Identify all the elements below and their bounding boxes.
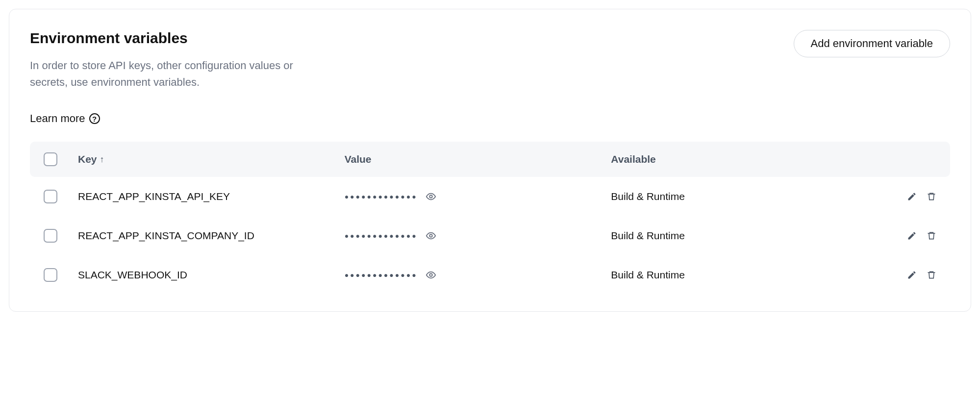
col-value: Value <box>345 153 602 165</box>
edit-button[interactable] <box>907 192 917 201</box>
masked-value: ●●●●●●●●●●●●● <box>345 232 418 240</box>
page-title: Environment variables <box>30 30 304 47</box>
svg-point-1 <box>429 234 432 237</box>
row-value-masked: ●●●●●●●●●●●●● <box>345 270 602 280</box>
learn-more-label: Learn more <box>30 112 85 125</box>
env-vars-card: Environment variables In order to store … <box>9 9 971 312</box>
table-row: REACT_APP_KINSTA_API_KEY ●●●●●●●●●●●●● B… <box>30 177 950 216</box>
svg-point-0 <box>429 195 432 198</box>
row-actions <box>878 270 936 280</box>
row-value-masked: ●●●●●●●●●●●●● <box>345 191 602 202</box>
table-header: Key ↑ Value Available <box>30 142 950 177</box>
delete-button[interactable] <box>927 231 936 241</box>
row-key: SLACK_WEBHOOK_ID <box>78 269 335 281</box>
row-actions <box>878 231 936 241</box>
row-value-masked: ●●●●●●●●●●●●● <box>345 230 602 241</box>
row-actions <box>878 192 936 201</box>
row-checkbox[interactable] <box>44 190 57 203</box>
svg-point-2 <box>429 274 432 276</box>
col-available: Available <box>611 153 868 165</box>
reveal-value-button[interactable] <box>426 230 436 241</box>
select-all-cell <box>44 152 68 166</box>
col-key[interactable]: Key ↑ <box>78 153 335 165</box>
row-available: Build & Runtime <box>611 269 868 281</box>
row-checkbox[interactable] <box>44 229 57 243</box>
header-text-block: Environment variables In order to store … <box>30 30 304 125</box>
row-key: REACT_APP_KINSTA_COMPANY_ID <box>78 230 335 242</box>
masked-value: ●●●●●●●●●●●●● <box>345 193 418 200</box>
edit-button[interactable] <box>907 270 917 280</box>
row-key: REACT_APP_KINSTA_API_KEY <box>78 191 335 202</box>
add-env-var-button[interactable]: Add environment variable <box>794 30 950 57</box>
delete-button[interactable] <box>927 192 936 201</box>
select-all-checkbox[interactable] <box>44 152 57 166</box>
card-header-row: Environment variables In order to store … <box>30 30 950 125</box>
row-checkbox[interactable] <box>44 268 57 282</box>
delete-button[interactable] <box>927 270 936 280</box>
page-description: In order to store API keys, other config… <box>30 57 304 91</box>
sort-asc-icon: ↑ <box>100 154 104 165</box>
col-key-label: Key <box>78 153 97 165</box>
masked-value: ●●●●●●●●●●●●● <box>345 271 418 279</box>
reveal-value-button[interactable] <box>426 270 436 280</box>
row-available: Build & Runtime <box>611 191 868 202</box>
learn-more-link[interactable]: Learn more ? <box>30 112 100 125</box>
edit-button[interactable] <box>907 231 917 241</box>
row-available: Build & Runtime <box>611 230 868 242</box>
help-icon: ? <box>89 113 100 124</box>
table-row: SLACK_WEBHOOK_ID ●●●●●●●●●●●●● Build & R… <box>30 255 950 295</box>
table-row: REACT_APP_KINSTA_COMPANY_ID ●●●●●●●●●●●●… <box>30 216 950 255</box>
reveal-value-button[interactable] <box>426 191 436 202</box>
env-vars-table: Key ↑ Value Available REACT_APP_KINSTA_A… <box>30 142 950 295</box>
